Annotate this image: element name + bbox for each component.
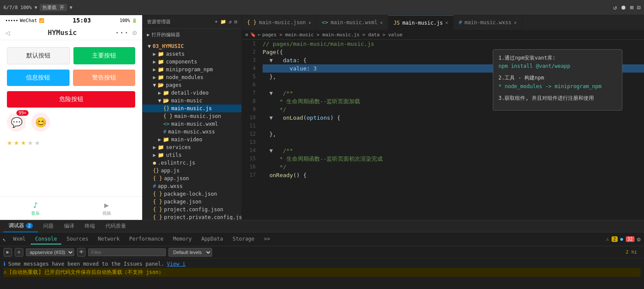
primary-button[interactable]: 主要按钮 (73, 47, 136, 64)
devtool-storage[interactable]: Storage (228, 234, 259, 245)
star-1[interactable]: ★ (7, 137, 12, 147)
file-app-json[interactable]: { } app.json (143, 175, 241, 182)
tab-close-js[interactable]: × (445, 20, 448, 25)
breadcrumb-nav-icon[interactable]: ≡ (245, 32, 248, 38)
file-main-music-wxss[interactable]: # main-music.wxss (143, 128, 241, 136)
devtool-console[interactable]: Console (31, 234, 61, 245)
devtool-network[interactable]: Network (94, 234, 124, 245)
folder-icon-utils: 📁 (158, 152, 164, 158)
wxss-icon-app: # (153, 183, 156, 189)
default-button[interactable]: 默认按钮 (7, 47, 70, 64)
bottom-tabs: 调试器 2 问题 编译 终端 代码质量 (0, 220, 644, 232)
star-3[interactable]: ★ (21, 137, 26, 147)
new-folder-icon[interactable]: 📁 (220, 19, 226, 25)
level-select[interactable]: Default levels (168, 248, 212, 257)
breadcrumb-bookmark-icon[interactable]: 🔖 (250, 32, 256, 38)
star-2[interactable]: ★ (14, 137, 19, 147)
tab-close-wxss[interactable]: × (514, 20, 517, 25)
tab-icon-js: JS (393, 20, 400, 26)
file-main-music-js[interactable]: {} main-music.js (143, 105, 241, 112)
folder-main-video[interactable]: ▶ 📁 main-video (143, 136, 241, 143)
devtool-performance[interactable]: Performance (125, 234, 168, 245)
refresh-icon[interactable]: ↺ (229, 19, 232, 25)
project-root[interactable]: ▼ 03_HYMUSIC (143, 42, 241, 50)
phone-circle-icon[interactable]: ⊙ (132, 28, 137, 37)
file-main-music-wxml[interactable]: <> main-music.wxml (143, 120, 241, 128)
tab-main-music-wxss[interactable]: # main-music.wxss × (454, 15, 522, 30)
chevron-right-icon: ▶ (158, 137, 161, 143)
info-button[interactable]: 信息按钮 (7, 70, 70, 86)
tab-issues[interactable]: 问题 (38, 220, 59, 232)
tab-label-json: main-music.json (259, 19, 306, 25)
folder-components[interactable]: ▶ 📁 components (143, 58, 241, 66)
tab-icon-json: { } (247, 19, 257, 25)
folder-miniprogram-npm[interactable]: ▶ 📁 miniprogram_npm (143, 66, 241, 73)
tab-compile[interactable]: 编译 (59, 220, 79, 232)
toolbar-icon-preview[interactable]: ⊡ (637, 4, 641, 11)
nav-music[interactable]: ♪ 音乐 (0, 197, 71, 220)
file-project-private[interactable]: { } project.private.config.json (143, 213, 241, 220)
file-project-config[interactable]: { } project.config.json (143, 206, 241, 213)
tab-code-quality[interactable]: 代码质量 (100, 220, 131, 232)
code-line-15: * 生命周期函数--监听页面初次渲染完成 (263, 155, 644, 163)
chevron-down-icon: ▼ (158, 98, 161, 104)
toolbar-icon-record[interactable]: ⏺ (620, 4, 626, 11)
debugger-badge: 2 (26, 223, 33, 229)
settings-icon[interactable]: ⚙ (637, 236, 641, 243)
folder-main-music[interactable]: ▼ 📂 main-music (143, 97, 241, 105)
collapse-icon[interactable]: ⊟ (234, 19, 237, 25)
folder-detail-video[interactable]: ▶ 📁 detail-video (143, 89, 241, 97)
console-msg-2-text: [自动热重载] 已开启代码文件保存后自动热重载（不支持 json） (9, 269, 164, 276)
file-app-js[interactable]: {} app.js (143, 167, 241, 175)
block-btn[interactable]: ⊘ (15, 248, 23, 257)
folder-pages[interactable]: ▼ 📂 pages (143, 81, 241, 89)
tab-close-wxml[interactable]: × (380, 20, 383, 25)
folder-services[interactable]: ▶ 📁 services (143, 143, 241, 151)
run-btn[interactable]: ▶ (3, 248, 12, 257)
breadcrumb-back-icon[interactable]: ← (258, 32, 261, 38)
devtools-cursor-icon[interactable]: ↖ (3, 236, 6, 243)
toolbar-icon-refresh[interactable]: ↺ (613, 4, 617, 11)
folder-utils[interactable]: ▶ 📁 utils (143, 151, 241, 159)
tab-main-music-js[interactable]: JS main-music.js × (388, 15, 454, 30)
nav-video[interactable]: ▶ 视频 (71, 197, 143, 220)
file-package-lock[interactable]: { } package-lock.json (143, 190, 241, 198)
tab-debugger[interactable]: 调试器 2 (3, 220, 38, 232)
star-5[interactable]: ★ (35, 137, 40, 147)
console-toolbar: ▶ ⊘ appservice (#33) 👁 Default levels 2 … (0, 246, 644, 258)
eye-btn[interactable]: 👁 (77, 248, 86, 257)
folder-icon-detail-video: 📁 (163, 90, 169, 96)
warning-button[interactable]: 警告按钮 (73, 70, 136, 86)
file-main-music-json[interactable]: { } main-music.json (143, 112, 241, 120)
explorer-header: 资源管理器 + 📁 ↺ ⊟ (143, 15, 241, 29)
new-file-icon[interactable]: + (215, 19, 218, 25)
danger-button[interactable]: 危险按钮 (7, 91, 135, 108)
open-editors-toggle[interactable]: ▶ 打开的编辑器 (143, 29, 241, 41)
folder-node-modules[interactable]: ▶ 📁 node_modules (143, 73, 241, 81)
tab-close-json[interactable]: × (308, 20, 311, 25)
folder-assets[interactable]: ▶ 📁 assets (143, 50, 241, 58)
file-package[interactable]: { } package.json (143, 198, 241, 206)
toolbar-icon-layout[interactable]: ⊞ (630, 4, 633, 11)
filter-input[interactable] (88, 248, 166, 256)
devtool-wxml[interactable]: Wxml (9, 234, 30, 245)
file-eslintrc[interactable]: ● .eslintrc.js (143, 159, 241, 167)
signal-dots: ••••• (5, 18, 18, 23)
folder-label-detail-video: detail-video (171, 90, 209, 96)
view-link[interactable]: View i (167, 261, 185, 267)
star-4[interactable]: ★ (28, 137, 33, 147)
phone-more-icon[interactable]: ··· (115, 28, 129, 37)
devtool-wxml-label: Wxml (13, 236, 25, 242)
tab-main-music-json[interactable]: { } main-music.json × (242, 15, 317, 30)
devtool-more[interactable]: >> (260, 234, 274, 245)
file-label-main-music-js: main-music.js (171, 105, 212, 111)
devtool-sources[interactable]: Sources (62, 234, 93, 245)
devtool-memory[interactable]: Memory (169, 234, 196, 245)
tab-code-quality-label: 代码质量 (105, 222, 126, 230)
devtool-appdata[interactable]: AppData (197, 234, 228, 245)
tab-terminal[interactable]: 终端 (79, 220, 100, 232)
badge-number-1: 99+ (16, 110, 29, 116)
file-app-wxss[interactable]: # app.wxss (143, 182, 241, 190)
tab-main-music-wxml[interactable]: <> main-music.wxml × (317, 15, 388, 30)
appservice-select[interactable]: appservice (#33) (26, 248, 74, 256)
